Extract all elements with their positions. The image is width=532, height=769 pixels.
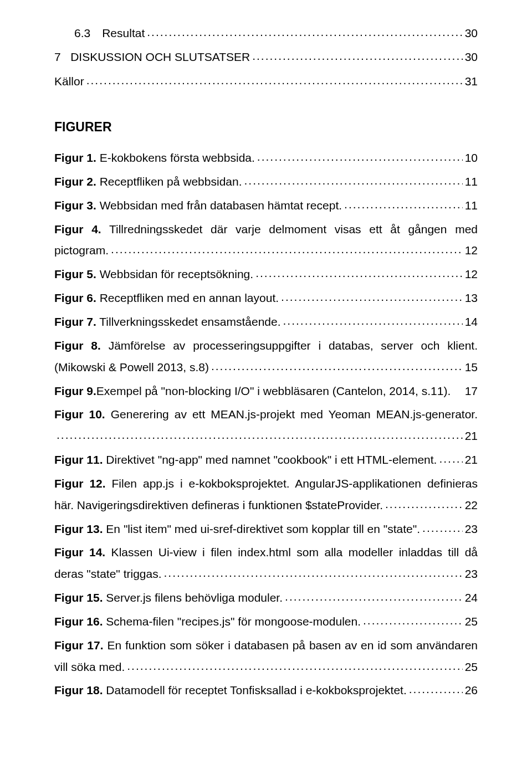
figure-label: Figur 18. [54,684,103,696]
dot-leader [385,494,463,515]
figure-caption: Tillredningsskedet där varje delmoment v… [101,223,478,235]
figure-caption-tail: pictogram. [54,240,109,262]
figure-page-number: 11 [465,171,478,193]
figure-caption: Tillverkningsskedet ensamstående. [96,315,281,328]
figure-entry: Figur 4. Tillredningsskedet där varje de… [54,218,478,263]
figure-entry: Figur 16. Schema-filen "recipes.js" för … [54,610,478,634]
dot-leader [281,286,463,308]
figure-label: Figur 3. [54,199,96,212]
figure-entry: Figur 2. Receptfliken på webbsidan.11 [54,170,478,194]
figure-page-number: 24 [465,587,478,609]
figure-caption: Jämförelse av processeringsuppgifter i d… [101,339,478,352]
figure-entry: Figur 10. Generering av ett MEAN.js-proj… [54,403,478,448]
figure-text: Figur 5. Webbsidan för receptsökning. [54,264,253,285]
toc-continuation: 6.3 Resultat307 DISKUSSION OCH SLUTSATSE… [54,21,478,94]
figure-entry: Figur 11. Direktivet "ng-app" med namnet… [54,448,478,472]
figure-entry: Figur 3. Webbsidan med från databasen hä… [54,194,478,218]
figure-page-number: 17 [465,381,478,402]
toc-entry: 6.3 Resultat30 [54,21,478,45]
toc-page-number: 31 [465,71,478,93]
figure-label: Figur 12. [54,477,106,490]
figure-entry: Figur 7. Tillverkningsskedet ensamståend… [54,310,478,334]
figure-page-number: 12 [465,264,478,285]
figure-label: Figur 14. [54,546,105,558]
figure-text: Figur 3. Webbsidan med från databasen hä… [54,195,342,217]
figure-page-number: 11 [465,195,478,217]
figure-page-number: 14 [465,311,478,333]
figure-text: Figur 15. Server.js filens behövliga mod… [54,587,283,609]
figure-label: Figur 6. [54,291,96,304]
toc-label: 7 DISKUSSION OCH SLUTSATSER [54,47,250,68]
figure-tail-row: vill söka med.25 [54,657,478,678]
figure-text: Figur 11. Direktivet "ng-app" med namnet… [54,449,437,471]
figure-label: Figur 11. [54,453,103,466]
figure-label: Figur 2. [54,175,96,188]
figure-label: Figur 8. [54,339,101,352]
figure-entry: Figur 14. Klassen Ui-view i filen index.… [54,541,478,586]
dot-leader [147,22,462,43]
figure-caption: En funktion som söker i databasen på bas… [104,639,478,652]
figure-page-number: 23 [465,563,478,585]
dot-leader [363,610,463,632]
figure-label: Figur 15. [54,591,103,604]
dot-leader [111,239,463,260]
figure-caption: En "list item" med ui-sref-direktivet so… [103,522,421,535]
figure-label: Figur 4. [54,223,101,235]
figure-caption: Generering av ett MEAN.js-projekt med Ye… [105,408,478,421]
figure-page-number: 12 [465,240,478,262]
document-page: 6.3 Resultat307 DISKUSSION OCH SLUTSATSE… [0,0,532,769]
figure-text-line: Figur 10. Generering av ett MEAN.js-proj… [54,404,478,425]
dot-leader [255,263,463,284]
figure-label: Figur 9. [54,384,96,397]
toc-page-number: 30 [465,47,478,68]
figure-entry: Figur 1. E-kokbokens första webbsida.10 [54,146,478,170]
dot-leader [164,562,463,584]
figure-caption: Exempel på "non-blocking I/O" i webbläsa… [96,384,451,397]
figure-tail-row: här. Navigeringsdirektiven defineras i f… [54,495,478,516]
figure-text-line: Figur 4. Tillredningsskedet där varje de… [54,219,478,240]
figure-text-line: Figur 8. Jämförelse av processeringsuppg… [54,335,478,357]
figure-page-number: 22 [465,495,478,516]
figure-text: Figur 6. Receptfliken med en annan layou… [54,288,279,309]
figure-entry: Figur 13. En "list item" med ui-sref-dir… [54,517,478,541]
figure-entry: Figur 8. Jämförelse av processeringsuppg… [54,334,478,380]
figure-label: Figur 1. [54,151,96,164]
dot-leader [127,655,462,677]
figure-caption: Direktivet "ng-app" med namnet "cookbook… [103,453,437,466]
figure-tail-row: pictogram.12 [54,240,478,262]
figure-text-line: Figur 12. Filen app.js i e-kokboksprojek… [54,473,478,495]
figure-caption: Webbsidan med från databasen hämtat rece… [96,199,342,212]
figure-label: Figur 16. [54,615,103,628]
figure-label: Figur 13. [54,522,103,535]
figure-page-number: 13 [465,288,478,309]
figure-tail-row: deras "state" triggas.23 [54,563,478,585]
figure-caption: Filen app.js i e-kokboksprojektet. Angul… [106,477,478,490]
figure-list: Figur 1. E-kokbokens första webbsida.10F… [54,146,478,703]
dot-leader [257,146,463,168]
figure-caption: Receptfliken med en annan layout. [96,291,279,304]
dot-leader [211,356,463,377]
figure-caption-tail: här. Navigeringsdirektiven defineras i f… [54,495,383,516]
figure-tail-row: (Mikowski & Powell 2013, s.8)15 [54,357,478,378]
figure-caption: Datamodell för receptet Tonfisksallad i … [103,684,407,696]
dot-leader [86,70,463,91]
figure-page-number: 25 [465,611,478,633]
figure-entry: Figur 9.Exempel på "non-blocking I/O" i … [54,380,478,403]
figures-heading: FIGURER [54,102,478,147]
figure-entry: Figur 5. Webbsidan för receptsökning.12 [54,263,478,286]
figure-text: Figur 1. E-kokbokens första webbsida. [54,147,255,169]
dot-leader [57,424,463,446]
figure-page-number: 21 [465,449,478,471]
dot-leader [409,679,463,700]
figure-text-line: Figur 17. En funktion som söker i databa… [54,635,478,657]
figure-text: Figur 16. Schema-filen "recipes.js" för … [54,611,361,633]
figure-caption: Webbsidan för receptsökning. [96,268,253,280]
figure-caption-tail: vill söka med. [54,657,125,678]
toc-label: Källor [54,71,84,93]
dot-leader [344,194,463,216]
figure-entry: Figur 12. Filen app.js i e-kokboksprojek… [54,472,478,517]
toc-entry: Källor31 [54,70,478,94]
figure-caption-tail: deras "state" triggas. [54,563,162,585]
figure-page-number: 23 [465,519,478,540]
figure-caption: Receptfliken på webbsidan. [96,175,242,188]
